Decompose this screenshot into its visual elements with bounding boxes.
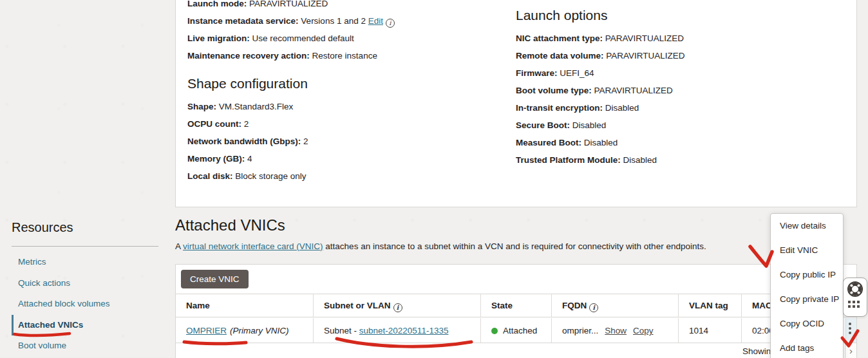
support-wheel-icon[interactable] <box>847 281 863 297</box>
detail-label: Boot volume type: <box>516 86 592 95</box>
detail-row-local-disk: Local disk: Block storage only <box>187 167 308 185</box>
sidebar-divider <box>12 246 158 247</box>
column-header-subnet: Subnet or VLANi <box>313 294 480 317</box>
sidebar-item-attached-block-volumes[interactable]: Attached block volumes <box>12 294 158 315</box>
menu-item-edit-vnic[interactable]: Edit VNIC <box>771 238 843 263</box>
info-icon: i <box>589 303 598 312</box>
detail-value: Restore instance <box>312 51 377 61</box>
floating-help-widget[interactable] <box>843 278 867 317</box>
detail-row-launch-mode: Launch mode: PARAVIRTUALIZED <box>187 0 395 12</box>
detail-value: PARAVIRTUALIZED <box>605 33 684 43</box>
vnics-table-header: Name Subnet or VLANi State FQDNi VLAN ta… <box>176 294 856 317</box>
detail-label: In-transit encryption: <box>516 103 603 113</box>
detail-label: Launch mode: <box>187 0 247 8</box>
sidebar-item-quick-actions[interactable]: Quick actions <box>12 273 158 294</box>
fqdn-value: omprier... <box>562 326 598 335</box>
row-actions-context-menu: View details Edit VNIC Copy public IP Co… <box>770 213 844 358</box>
vnics-table-card: Create VNIC Name Subnet or VLANi State F… <box>175 264 857 358</box>
resources-sidebar: Resources Metrics Quick actions Attached… <box>12 220 158 357</box>
vnic-doc-link[interactable]: virtual network interface card (VNIC) <box>183 241 323 251</box>
fqdn-show-link[interactable]: Show <box>605 326 627 335</box>
detail-label: Shape: <box>187 102 216 111</box>
detail-row-firmware: Firmware: UEFI_64 <box>516 64 685 82</box>
info-icon: i <box>393 303 402 312</box>
detail-value: PARAVIRTUALIZED <box>249 0 328 8</box>
detail-label: Network bandwidth (Gbps): <box>187 137 301 146</box>
detail-label: Memory (GB): <box>187 154 245 164</box>
cell-name: OMPRIER(Primary VNIC) <box>176 318 313 343</box>
vnic-table-row: OMPRIER(Primary VNIC) Subnet - subnet-20… <box>176 318 856 343</box>
instance-general-details: Launch mode: PARAVIRTUALIZED Instance me… <box>187 0 395 64</box>
detail-value: PARAVIRTUALIZED <box>594 86 673 95</box>
detail-label: Local disk: <box>187 171 233 181</box>
description-prefix: A <box>175 241 183 251</box>
cell-fqdn: omprier...ShowCopy <box>551 318 678 343</box>
detail-row-nic-attachment: NIC attachment type: PARAVIRTUALIZED <box>516 30 685 47</box>
detail-value: 2 <box>303 137 308 146</box>
detail-label: OCPU count: <box>187 119 241 129</box>
sidebar-item-label: Boot volume <box>18 341 66 350</box>
menu-item-add-tags[interactable]: Add tags <box>771 336 843 358</box>
detail-label: Measured Boot: <box>516 138 581 147</box>
sidebar-item-label: Attached VNICs <box>18 320 83 330</box>
scroll-right-chevron-icon[interactable]: › <box>845 343 856 358</box>
detail-row-memory: Memory (GB): 4 <box>187 150 308 167</box>
detail-label: Firmware: <box>516 68 558 78</box>
subnet-link[interactable]: subnet-20220511-1335 <box>359 326 449 335</box>
detail-label: Remote data volume: <box>516 51 604 61</box>
menu-item-view-details[interactable]: View details <box>771 214 843 238</box>
table-footer-showing: Showin <box>742 343 771 358</box>
state-attached-dot-icon <box>491 328 498 334</box>
detail-row-metadata-service: Instance metadata service: Versions 1 an… <box>187 12 395 30</box>
resources-title: Resources <box>12 220 158 235</box>
vnic-name-link[interactable]: OMPRIER <box>186 326 227 335</box>
detail-row-remote-data-volume: Remote data volume: PARAVIRTUALIZED <box>516 47 685 64</box>
cell-vlan-tag: 1014 <box>678 318 741 343</box>
detail-value: Block storage only <box>235 171 306 181</box>
detail-label: Trusted Platform Module: <box>516 155 621 165</box>
detail-value: Disabled <box>572 120 607 130</box>
column-header-fqdn: FQDNi <box>551 294 678 317</box>
edit-metadata-link[interactable]: Edit <box>368 16 383 26</box>
detail-row-maintenance-recovery: Maintenance recovery action: Restore ins… <box>187 47 395 64</box>
attached-vnics-title: Attached VNICs <box>175 216 285 234</box>
vnics-toolbar: Create VNIC <box>176 265 856 294</box>
state-label: Attached <box>503 326 537 335</box>
menu-item-copy-public-ip[interactable]: Copy public IP <box>771 263 843 287</box>
instance-details-card: Launch mode: PARAVIRTUALIZED Instance me… <box>175 0 857 207</box>
detail-row-in-transit-encryption: In-transit encryption: Disabled <box>516 99 685 117</box>
detail-label: NIC attachment type: <box>516 33 603 43</box>
menu-item-copy-ocid[interactable]: Copy OCID <box>771 312 843 336</box>
detail-value: Disabled <box>605 103 639 113</box>
sidebar-item-boot-volume[interactable]: Boot volume <box>12 335 158 357</box>
detail-value: UEFI_64 <box>560 68 594 78</box>
sidebar-item-label: Attached block volumes <box>18 299 110 308</box>
subnet-prefix: Subnet - <box>324 326 359 335</box>
detail-label: Instance metadata service: <box>187 16 299 26</box>
shape-configuration-section: Shape configuration Shape: VM.Standard3.… <box>187 75 308 185</box>
detail-value: Disabled <box>623 155 657 165</box>
column-header-state: State <box>480 294 551 317</box>
row-actions-kebab-icon[interactable] <box>848 323 852 336</box>
description-suffix: attaches an instance to a subnet within … <box>323 241 706 251</box>
fqdn-copy-link[interactable]: Copy <box>633 326 654 335</box>
cell-state: Attached <box>480 318 551 343</box>
create-vnic-button[interactable]: Create VNIC <box>181 270 249 288</box>
column-header-vlan-tag: VLAN tag <box>678 294 741 317</box>
detail-row-bandwidth: Network bandwidth (Gbps): 2 <box>187 133 308 150</box>
info-icon: i <box>386 19 395 28</box>
app-grid-icon[interactable] <box>848 301 862 308</box>
sidebar-item-metrics[interactable]: Metrics <box>12 252 158 273</box>
sidebar-item-attached-vnics[interactable]: Attached VNICs <box>12 315 158 336</box>
sidebar-item-label: Quick actions <box>18 278 70 288</box>
column-header-label: Subnet or VLAN <box>324 301 391 310</box>
detail-row-ocpu: OCPU count: 2 <box>187 115 308 133</box>
detail-value: Disabled <box>584 138 618 147</box>
menu-item-copy-private-ip[interactable]: Copy private IP <box>771 287 843 312</box>
detail-value: 4 <box>247 154 252 164</box>
launch-options-section: Launch options NIC attachment type: PARA… <box>516 6 685 169</box>
detail-value: PARAVIRTUALIZED <box>606 51 684 61</box>
detail-value: Versions 1 and 2 <box>301 16 366 26</box>
detail-value: VM.Standard3.Flex <box>219 102 294 111</box>
detail-label: Maintenance recovery action: <box>187 51 310 61</box>
